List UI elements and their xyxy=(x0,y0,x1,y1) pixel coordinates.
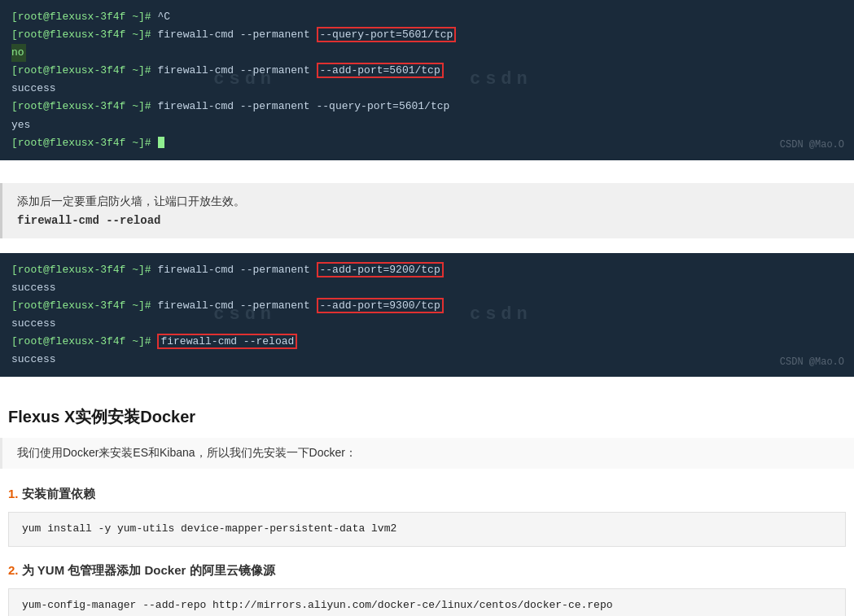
intro-text: 我们使用Docker来安装ES和Kibana，所以我们先安装一下Docker： xyxy=(17,446,357,459)
highlight-reload: firewall-cmd --reload xyxy=(157,334,297,349)
terminal-block-1: csdn csdn [root@flexusx-3f4f ~]# ^C [roo… xyxy=(0,0,854,160)
info-box-firewall: 添加后一定要重启防火墙，让端口开放生效。 firewall-cmd --relo… xyxy=(0,183,854,238)
highlight-no: no xyxy=(11,44,26,62)
terminal-line-3: no xyxy=(11,44,843,62)
gap-3 xyxy=(0,380,854,391)
step2-code: yum-config-manager --add-repo http://mir… xyxy=(8,588,846,616)
highlight-add-port-5601: --add-port=5601/tcp xyxy=(317,63,444,78)
step1-title: 安装前置依赖 xyxy=(22,487,95,500)
terminal2-line-5: [root@flexusx-3f4f ~]# firewall-cmd --re… xyxy=(11,333,843,351)
terminal-line-4: [root@flexusx-3f4f ~]# firewall-cmd --pe… xyxy=(11,62,843,80)
step2-num: 2. xyxy=(8,563,19,577)
terminal-line-8: [root@flexusx-3f4f ~]# xyxy=(11,134,843,152)
terminal2-line-1: [root@flexusx-3f4f ~]# firewall-cmd --pe… xyxy=(11,261,843,279)
section-title: Flexus X实例安装Docker xyxy=(0,406,854,428)
terminal-watermark-2: CSDN @Mao.O xyxy=(780,354,844,370)
step1-code: yum install -y yum-utils device-mapper-p… xyxy=(8,512,846,547)
highlight-query-port-5601: --query-port=5601/tcp xyxy=(317,27,457,42)
gap-1 xyxy=(0,164,854,175)
terminal2-line-6: success xyxy=(11,351,843,369)
terminal2-line-4: success xyxy=(11,315,843,333)
highlight-add-port-9200: --add-port=9200/tcp xyxy=(317,262,444,277)
section-intro: 我们使用Docker来安装ES和Kibana，所以我们先安装一下Docker： xyxy=(0,438,854,469)
step2-title: 为 YUM 包管理器添加 Docker 的阿里云镜像源 xyxy=(22,563,275,577)
terminal2-line-2: success xyxy=(11,279,843,297)
terminal-block-2: csdn csdn [root@flexusx-3f4f ~]# firewal… xyxy=(0,253,854,378)
step2-heading: 2. 为 YUM 包管理器添加 Docker 的阿里云镜像源 xyxy=(0,555,854,583)
gap-2 xyxy=(0,247,854,253)
info-text: 添加后一定要重启防火墙，让端口开放生效。 xyxy=(17,194,839,209)
step1-num: 1. xyxy=(8,487,19,500)
step1-heading: 1. 安装前置依赖 xyxy=(0,478,854,507)
cursor-1 xyxy=(158,137,164,148)
terminal-line-7: yes xyxy=(11,116,843,134)
terminal-line-5: success xyxy=(11,80,843,98)
terminal-line-1: [root@flexusx-3f4f ~]# ^C xyxy=(11,8,843,26)
terminal-watermark-1: CSDN @Mao.O xyxy=(780,137,844,153)
info-code: firewall-cmd --reload xyxy=(17,214,839,227)
highlight-add-port-9300: --add-port=9300/tcp xyxy=(317,298,444,313)
terminal-line-6: [root@flexusx-3f4f ~]# firewall-cmd --pe… xyxy=(11,98,843,116)
terminal2-line-3: [root@flexusx-3f4f ~]# firewall-cmd --pe… xyxy=(11,297,843,315)
terminal-line-2: [root@flexusx-3f4f ~]# firewall-cmd --pe… xyxy=(11,26,843,44)
